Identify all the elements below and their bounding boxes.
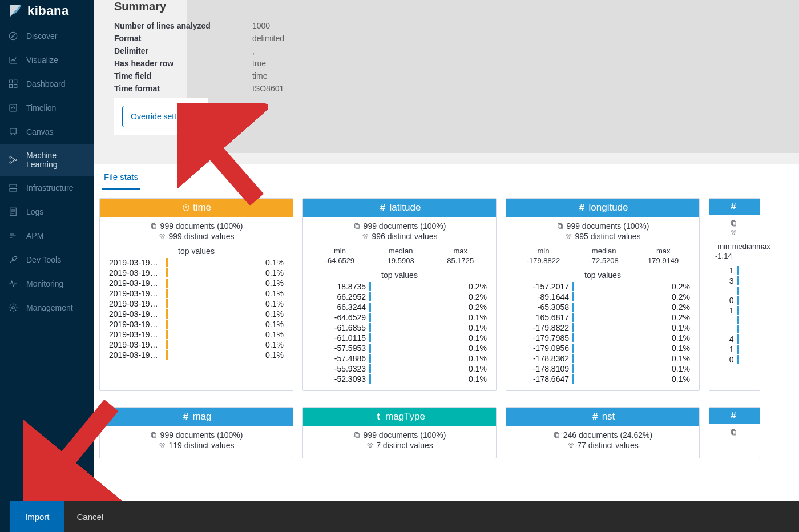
- top-value-row: [719, 325, 750, 333]
- distinct-count: 999 distinct values: [106, 232, 287, 241]
- top-value-percent: 0.1%: [256, 279, 284, 288]
- top-value-percent: 0.2%: [459, 303, 487, 312]
- distinct-icon: [567, 441, 575, 449]
- top-value-percent: 0.1%: [256, 350, 284, 360]
- number-type-icon: #: [591, 412, 600, 421]
- sidebar-item-label: Visualize: [26, 55, 58, 65]
- svg-point-18: [163, 234, 164, 236]
- top-value-percent: 0.1%: [663, 364, 690, 373]
- sidebar-item-label: Dev Tools: [26, 255, 61, 264]
- timelion-icon: [8, 103, 18, 113]
- top-value-label: 0: [719, 355, 737, 364]
- top-value-bar: [369, 333, 373, 342]
- override-settings-button[interactable]: Override settings: [122, 106, 200, 127]
- svg-point-8: [10, 162, 11, 163]
- top-value-bar: [737, 306, 740, 315]
- top-value-percent: 0.1%: [256, 330, 284, 339]
- top-value-label: -61.0115: [312, 333, 369, 342]
- sidebar-item-dashboard[interactable]: Dashboard: [0, 72, 94, 96]
- sidebar-item-monitoring[interactable]: Monitoring: [0, 272, 94, 296]
- top-value-percent: 0.1%: [663, 374, 690, 384]
- sidebar-item-logs[interactable]: Logs: [0, 200, 94, 224]
- top-value-percent: 0.1%: [256, 258, 284, 267]
- top-value-percent: 0.2%: [663, 282, 690, 291]
- svg-point-47: [568, 443, 570, 445]
- summary-value: delimited: [252, 34, 785, 43]
- top-values-header: top values: [309, 271, 490, 280]
- top-value-bar: [369, 364, 373, 373]
- sidebar-item-label: Infrastructure: [26, 183, 73, 192]
- top-value-row: 2019-03-19T0...0.1%: [109, 320, 284, 329]
- documents-count: [715, 428, 754, 436]
- distinct-count: 7 distinct values: [309, 441, 490, 450]
- svg-point-44: [369, 446, 371, 448]
- svg-rect-10: [10, 184, 17, 187]
- top-value-row: 2019-03-19T0...0.1%: [109, 299, 284, 308]
- sidebar-item-dev-tools[interactable]: Dev Tools: [0, 248, 94, 272]
- sidebar-item-label: Management: [26, 303, 73, 312]
- top-value-row: -179.88220.1%: [515, 323, 690, 332]
- top-value-row: 66.32440.2%: [312, 303, 487, 312]
- field-card-mag: #mag999 documents (100%)119 distinct val…: [99, 407, 293, 458]
- top-value-label: -179.7985: [515, 333, 572, 342]
- top-value-bar: [369, 303, 373, 312]
- top-value-bar: [166, 350, 170, 360]
- top-value-label: 4: [719, 334, 737, 344]
- field-card-partial: #: [709, 407, 760, 458]
- svg-rect-16: [152, 224, 156, 229]
- top-value-bar: [166, 299, 170, 308]
- sidebar-item-apm[interactable]: APM: [0, 224, 94, 248]
- field-card-longitude: #longitude999 documents (100%)995 distin…: [506, 198, 700, 391]
- sidebar-item-timelion[interactable]: Timelion: [0, 96, 94, 120]
- field-card-header: tmagType: [303, 408, 496, 426]
- top-value-percent: 0.1%: [256, 268, 284, 277]
- distinct-icon: [564, 232, 572, 240]
- sidebar-item-machine-learning[interactable]: Machine Learning: [0, 144, 94, 176]
- top-value-bar: [166, 268, 170, 277]
- svg-rect-26: [559, 224, 562, 229]
- top-value-row: 2019-03-19T0...0.1%: [109, 279, 284, 288]
- field-stats: min-64.6529median19.5903max85.1725: [309, 247, 490, 265]
- top-value-row: -61.68550.1%: [312, 323, 487, 332]
- distinct-icon: [729, 228, 737, 236]
- svg-point-37: [160, 443, 162, 445]
- svg-rect-25: [558, 223, 562, 228]
- top-value-percent: 0.1%: [663, 323, 690, 332]
- svg-rect-6: [10, 128, 17, 134]
- field-card-header: #latitude: [303, 199, 496, 217]
- field-name: time: [193, 202, 211, 213]
- top-value-row: [719, 316, 750, 324]
- svg-point-17: [160, 234, 162, 236]
- cancel-button[interactable]: Cancel: [64, 501, 116, 532]
- field-card-header: #: [709, 408, 760, 424]
- top-value-label: 2019-03-19T0...: [109, 330, 166, 339]
- top-value-row: 1: [719, 266, 750, 275]
- sidebar-item-canvas[interactable]: Canvas: [0, 120, 94, 144]
- top-value-label: 2019-03-19T0...: [109, 268, 166, 277]
- top-value-row: 3: [719, 276, 750, 285]
- footer-bar: Import Cancel: [0, 501, 799, 532]
- sidebar-item-discover[interactable]: Discover: [0, 24, 94, 48]
- sidebar-item-infrastructure[interactable]: Infrastructure: [0, 176, 94, 200]
- sidebar-item-label: APM: [26, 231, 43, 240]
- svg-point-34: [732, 233, 734, 235]
- summary-key: Time format: [114, 84, 251, 93]
- top-value-label: -65.3058: [515, 303, 572, 312]
- sidebar-item-management[interactable]: Management: [0, 296, 94, 320]
- top-values-header: top values: [106, 247, 287, 256]
- number-type-icon: #: [729, 411, 738, 420]
- distinct-count: 119 distinct values: [106, 441, 287, 450]
- top-value-row: -64.65290.1%: [312, 313, 487, 322]
- summary-key: Has header row: [114, 59, 251, 68]
- top-value-label: -178.8362: [515, 354, 572, 363]
- field-card-header: time: [100, 199, 293, 217]
- field-card-header: #: [709, 199, 760, 215]
- sidebar-item-visualize[interactable]: Visualize: [0, 48, 94, 72]
- top-value-label: 2019-03-19T0...: [109, 340, 166, 349]
- documents-icon: [353, 431, 361, 439]
- tab-file-stats[interactable]: File stats: [102, 164, 140, 190]
- heartbeat-icon: [8, 279, 18, 289]
- import-button[interactable]: Import: [10, 501, 64, 532]
- top-value-percent: 0.1%: [256, 299, 284, 308]
- top-value-percent: 0.1%: [256, 340, 284, 349]
